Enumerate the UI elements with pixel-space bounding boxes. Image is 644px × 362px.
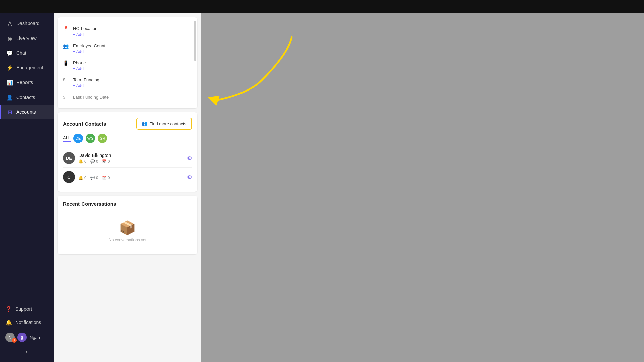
field-content-last-funding-date: Last Funding Date [73, 94, 192, 100]
notification-stat-icon-de: 🔔 [78, 159, 83, 164]
accounts-icon: ⊞ [6, 109, 13, 115]
collapse-icon: ‹ [26, 349, 28, 355]
calendar-stat-value-de: 0 [108, 159, 110, 163]
contact-info-de: David Elkington 🔔 0 💬 0 📅 [78, 153, 187, 164]
filter-avatar-wg[interactable]: WG [86, 134, 95, 143]
recent-conversations-title: Recent Conversations [63, 201, 116, 207]
people-icon: 👥 [63, 43, 70, 49]
total-funding-label: Total Funding [73, 77, 99, 82]
filter-avatar-gr[interactable]: GR [98, 134, 107, 143]
field-content-total-funding: Total Funding + Add [73, 77, 192, 88]
sidebar-label-reports: Reports [16, 80, 33, 85]
sidebar-bottom: ❓ Support 🔔 Notifications N g 1 Ngan ‹ [0, 298, 54, 362]
notification-badge: 1 [12, 338, 17, 343]
phone-label: Phone [73, 60, 86, 65]
svg-marker-0 [208, 96, 220, 106]
chat-icon: 💬 [6, 50, 13, 56]
sidebar-label-chat: Chat [16, 50, 26, 56]
contacts-icon: 👤 [6, 94, 13, 101]
live-view-icon: ◉ [6, 35, 13, 42]
funding-icon: $ [63, 77, 70, 82]
contact-stat-messages-de: 💬 0 [90, 159, 98, 164]
sidebar-label-dashboard: Dashboard [16, 21, 40, 26]
content-area: 📍 HQ Location + Add 👥 Employee Count + A… [54, 13, 644, 362]
field-row-last-funding-date: $ Last Funding Date [63, 91, 192, 103]
recent-conversations-header: Recent Conversations [63, 201, 192, 207]
filter-avatar-de[interactable]: DE [73, 134, 83, 143]
employee-count-add[interactable]: + Add [73, 49, 192, 54]
sidebar-item-accounts[interactable]: ⊞ Accounts [0, 105, 54, 119]
sidebar-label-engagement: Engagement [16, 65, 43, 70]
sidebar-nav: ⋀ Dashboard ◉ Live View 💬 Chat ⚡ Engagem… [0, 13, 54, 298]
sidebar-item-notifications[interactable]: 🔔 Notifications [0, 316, 54, 329]
field-row-total-funding: $ Total Funding + Add [63, 74, 192, 91]
reports-icon: 📊 [6, 79, 13, 86]
sidebar-label-support: Support [15, 306, 32, 312]
user-name: Ngan [30, 335, 40, 340]
sidebar-top-bar [0, 0, 54, 13]
contact-stat-notifications-c: 🔔 0 [78, 176, 86, 180]
field-content-phone: Phone + Add [73, 60, 192, 71]
engagement-icon: ⚡ [6, 64, 13, 71]
hq-location-add[interactable]: + Add [73, 32, 192, 37]
calendar-stat-value-c: 0 [108, 176, 110, 180]
contact-stats-de: 🔔 0 💬 0 📅 0 [78, 159, 187, 164]
scroll-indicator [194, 21, 196, 61]
contact-stats-c: 🔔 0 💬 0 📅 0 [78, 176, 187, 180]
recent-conversations-section: Recent Conversations 📦 No conversations … [58, 196, 197, 254]
find-more-label: Find more contacts [149, 121, 186, 126]
message-stat-icon-c: 💬 [90, 176, 95, 180]
sidebar-item-contacts[interactable]: 👤 Contacts [0, 90, 54, 105]
notification-stat-value-de: 0 [84, 159, 86, 163]
contact-row-david-elkington: DE David Elkington 🔔 0 💬 0 [63, 148, 192, 168]
message-stat-icon-de: 💬 [90, 159, 95, 164]
empty-box-icon: 📦 [117, 218, 138, 238]
account-contacts-header: Account Contacts 👥 Find more contacts [63, 118, 192, 130]
phone-icon: 📱 [63, 60, 70, 66]
sidebar-label-contacts: Contacts [16, 95, 35, 100]
field-content-hq-location: HQ Location + Add [73, 25, 192, 37]
filter-avatar-de-initials: DE [76, 136, 81, 140]
top-bar [54, 0, 644, 13]
contact-row-c: C 🔔 0 💬 0 [63, 168, 192, 186]
notification-stat-value-c: 0 [84, 176, 86, 180]
main-content: 📍 HQ Location + Add 👥 Employee Count + A… [54, 0, 644, 362]
field-row-hq-location: 📍 HQ Location + Add [63, 23, 192, 40]
sidebar-label-live-view: Live View [16, 36, 37, 41]
filter-avatar-wg-initials: WG [87, 136, 94, 140]
find-more-contacts-button[interactable]: 👥 Find more contacts [136, 118, 192, 130]
calendar-stat-icon-c: 📅 [102, 176, 107, 180]
sidebar-item-dashboard[interactable]: ⋀ Dashboard [0, 16, 54, 31]
last-funding-date-label: Last Funding Date [73, 95, 109, 100]
detail-panel: 📍 HQ Location + Add 👥 Employee Count + A… [54, 13, 201, 362]
recent-conversations-empty: 📦 No conversations yet [63, 211, 192, 249]
contact-settings-c[interactable]: ⚙ [187, 174, 192, 180]
user-avatar-area[interactable]: N g 1 Ngan [0, 329, 54, 345]
sidebar-item-engagement[interactable]: ⚡ Engagement [0, 60, 54, 75]
fields-section: 📍 HQ Location + Add 👥 Employee Count + A… [58, 17, 197, 108]
support-icon: ❓ [5, 306, 12, 312]
contact-settings-de[interactable]: ⚙ [187, 155, 192, 161]
employee-count-label: Employee Count [73, 43, 105, 48]
sidebar-item-live-view[interactable]: ◉ Live View [0, 31, 54, 46]
sidebar-label-notifications: Notifications [15, 320, 41, 325]
calendar-stat-icon-de: 📅 [102, 159, 107, 164]
message-stat-value-c: 0 [96, 176, 98, 180]
contact-stat-calendar-de: 📅 0 [102, 159, 110, 164]
location-icon: 📍 [63, 26, 70, 32]
sidebar: ⋀ Dashboard ◉ Live View 💬 Chat ⚡ Engagem… [0, 0, 54, 362]
annotation-arrow [195, 27, 302, 115]
sidebar-item-reports[interactable]: 📊 Reports [0, 75, 54, 90]
field-content-employee-count: Employee Count + Add [73, 43, 192, 54]
hq-location-label: HQ Location [73, 26, 97, 31]
field-row-phone: 📱 Phone + Add [63, 57, 192, 74]
sidebar-item-chat[interactable]: 💬 Chat [0, 46, 54, 60]
filter-tab-all[interactable]: ALL [63, 135, 71, 142]
message-stat-value-de: 0 [96, 159, 98, 163]
right-area [201, 13, 644, 362]
sidebar-item-support[interactable]: ❓ Support [0, 302, 54, 316]
contact-name-de[interactable]: David Elkington [78, 153, 187, 158]
phone-add[interactable]: + Add [73, 66, 192, 71]
sidebar-collapse-button[interactable]: ‹ [0, 345, 54, 358]
total-funding-add[interactable]: + Add [73, 83, 192, 88]
